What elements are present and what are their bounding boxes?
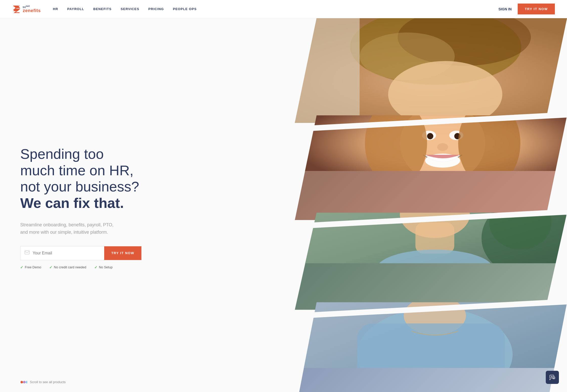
scroll-hint[interactable]: Scroll to see all products xyxy=(20,380,66,384)
image-band-1 xyxy=(295,18,567,123)
trinet-text: trinet xyxy=(23,5,41,9)
nav-payroll[interactable]: PAYROLL xyxy=(67,7,84,11)
chat-widget[interactable] xyxy=(546,371,559,384)
try-now-nav-button[interactable]: TRY IT NOW xyxy=(518,4,555,14)
check-icon-3: ✓ xyxy=(94,265,97,269)
svg-point-6 xyxy=(26,381,27,383)
hero-right-image xyxy=(295,18,567,392)
email-input-wrapper xyxy=(20,246,104,260)
svg-rect-32 xyxy=(357,323,505,368)
check-icon-2: ✓ xyxy=(49,265,52,269)
logo[interactable]: trinet zenefits xyxy=(12,5,41,14)
zenefits-text: zenefits xyxy=(23,8,41,13)
chat-icon xyxy=(549,374,555,380)
svg-rect-27 xyxy=(415,222,454,253)
nav-hr[interactable]: HR xyxy=(53,7,58,11)
hero-left: Spending too much time on HR, not your b… xyxy=(0,18,295,392)
image-band-2 xyxy=(295,115,567,220)
checkmarks-list: ✓ Free Demo ✓ No credit card needed ✓ No… xyxy=(20,265,283,269)
logo-icon xyxy=(12,5,21,14)
email-form: TRY IT NOW xyxy=(20,246,142,260)
hero-heading: Spending too much time on HR, not your b… xyxy=(20,146,283,211)
svg-point-22 xyxy=(437,143,448,151)
svg-point-17 xyxy=(427,133,433,139)
image-band-3 xyxy=(295,213,567,310)
svg-point-4 xyxy=(20,381,23,383)
nav-services[interactable]: SERVICES xyxy=(121,7,139,11)
checkmark-no-credit: ✓ No credit card needed xyxy=(49,265,86,269)
nav-links: HR PAYROLL BENEFITS SERVICES PRICING PEO… xyxy=(53,7,498,11)
zigzag-image-collage xyxy=(295,18,567,392)
svg-point-5 xyxy=(23,381,26,383)
svg-point-21 xyxy=(458,115,520,171)
nav-benefits[interactable]: BENEFITS xyxy=(93,7,112,11)
nav-people-ops[interactable]: PEOPLE OPS xyxy=(173,7,197,11)
email-input[interactable] xyxy=(33,246,100,260)
navbar: trinet zenefits HR PAYROLL BENEFITS SERV… xyxy=(0,0,567,18)
check-icon-1: ✓ xyxy=(20,265,23,269)
nav-pricing[interactable]: PRICING xyxy=(148,7,164,11)
email-icon xyxy=(25,250,30,256)
dots-icon xyxy=(20,381,27,384)
hero-section: Spending too much time on HR, not your b… xyxy=(0,18,567,392)
hero-subtext: Streamline onboarding, benefits, payroll… xyxy=(20,221,142,236)
sign-in-link[interactable]: SIGN IN xyxy=(498,7,512,11)
logo-text: trinet zenefits xyxy=(23,5,41,13)
svg-rect-3 xyxy=(25,251,29,254)
nav-right: SIGN IN TRY IT NOW xyxy=(498,4,555,14)
checkmark-free-demo: ✓ Free Demo xyxy=(20,265,41,269)
checkmark-no-setup: ✓ No Setup xyxy=(94,265,113,269)
svg-rect-11 xyxy=(295,18,360,123)
try-now-form-button[interactable]: TRY IT NOW xyxy=(104,246,141,260)
